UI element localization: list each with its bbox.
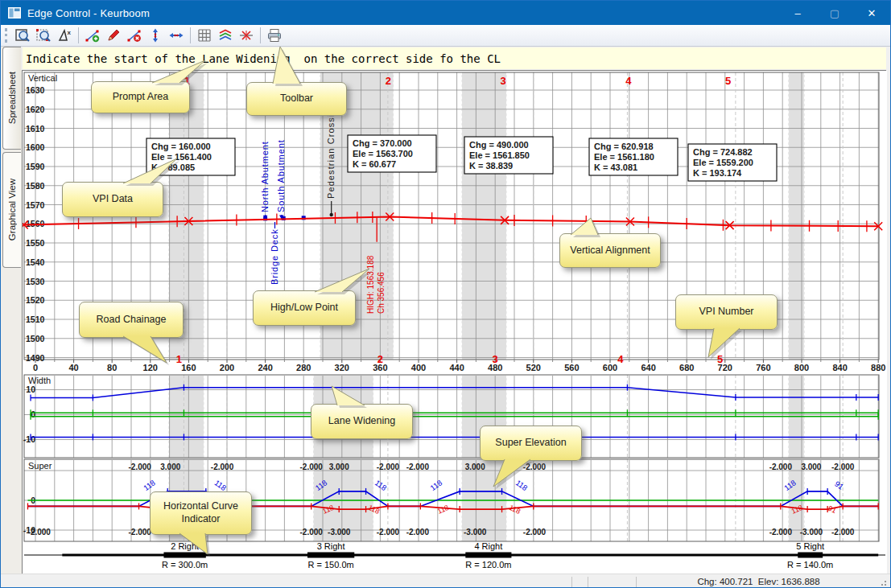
svg-text:3.000: 3.000 [465,463,485,471]
callout-label: Super Elevation [495,437,566,450]
callout-label: High/Low Point [270,302,338,315]
minimize-button[interactable]: – [779,1,816,25]
svg-text:R = 140.0m: R = 140.0m [787,560,833,569]
grid-button[interactable] [194,26,215,45]
svg-text:Vertical: Vertical [28,73,57,83]
callout-label: Horizontal Curve Indicator [163,500,238,525]
vpi-data-box: Chg = 490.000Ele = 1561.850K = 38.839 [464,137,553,174]
svg-text:-2.000: -2.000 [300,528,324,537]
svg-text:1590: 1590 [26,162,45,171]
edit-vpi-button[interactable] [103,26,124,45]
side-tab-strip: SpreadsheetGraphical View [1,47,22,574]
maximize-button[interactable]: ▢ [816,1,853,25]
move-vertical-button[interactable] [145,26,166,45]
toolbar-separator [260,27,261,43]
grid-icon [196,27,212,43]
app-icon [8,7,21,19]
svg-text:-2.000: -2.000 [377,528,400,537]
tab-label: Graphical View [7,179,17,241]
svg-text:800: 800 [794,363,809,372]
move-horizontal-button[interactable] [166,26,187,45]
svg-text:-10: -10 [23,434,35,444]
svg-text:3 Right: 3 Right [317,542,345,551]
svg-text:3: 3 [492,353,497,365]
title-bar: Edge Control - Keurboom – ▢ ✕ [1,1,890,25]
svg-text:3.000: 3.000 [329,463,349,471]
svg-text:1500: 1500 [26,334,45,343]
svg-text:760: 760 [756,363,770,372]
svg-text:680: 680 [679,363,694,372]
vpi-data-box: Chg = 160.000Ele = 1561.400K = 89.085 [146,138,235,175]
svg-text:1630: 1630 [26,85,45,95]
annotate-button[interactable]: x [54,26,75,45]
svg-text:5: 5 [725,75,731,87]
delete-vpi-icon [126,27,142,43]
toolbar: x [1,25,890,47]
horizontal-curve-panel[interactable]: 2 RightR = 300.0m3 RightR = 150.0m4 Righ… [23,542,887,574]
svg-text:2: 2 [386,75,391,87]
svg-text:1580: 1580 [26,181,45,191]
svg-text:240: 240 [258,363,272,372]
callout-horizontal-curve: Horizontal Curve Indicator [150,491,252,535]
crosshair-button[interactable] [236,26,257,45]
profiles-button[interactable] [215,26,236,45]
edit-vpi-icon [105,27,122,43]
callout-toolbar: Toolbar [246,82,347,116]
add-vpi-button[interactable] [82,26,103,45]
delete-vpi-button[interactable] [124,26,145,45]
svg-text:280: 280 [296,363,311,372]
svg-text:3.000: 3.000 [160,463,180,471]
svg-text:640: 640 [641,363,655,372]
callout-prompt-area: Prompt Area [91,81,190,113]
add-vpi-icon [85,27,101,43]
svg-text:K = 60.677: K = 60.677 [353,159,396,169]
callout-label: Lane Widening [328,415,395,428]
svg-text:4 Right: 4 Right [474,542,502,551]
vpi-data-box: Chg = 724.882Ele = 1559.200K = 193.174 [688,144,777,181]
svg-text:Ele = 1563.700: Ele = 1563.700 [353,149,413,158]
svg-text:Ele = 1561.850: Ele = 1561.850 [469,150,530,160]
svg-text:K = 89.085: K = 89.085 [151,162,195,172]
svg-text:5 Right: 5 Right [796,542,824,551]
svg-text:South Abutment: South Abutment [276,139,286,212]
svg-text:-2.000: -2.000 [769,463,793,471]
svg-text:5: 5 [717,353,723,365]
svg-text:1550: 1550 [26,238,45,248]
svg-text:-2.000: -2.000 [406,528,430,537]
status-separator [588,577,588,587]
svg-text:North Abutment: North Abutment [260,141,270,212]
svg-text:R = 120.0m: R = 120.0m [465,560,511,569]
width-panel[interactable]: Width100-10 [23,374,887,458]
close-button[interactable]: ✕ [853,1,890,25]
status-separator [571,577,572,587]
resize-grip[interactable] [881,578,889,586]
tab-spreadsheet[interactable]: Spreadsheet [2,47,21,150]
svg-text:4: 4 [625,75,632,87]
callout-super-elevation: Super Elevation [480,426,582,461]
status-position: Chg: 400.721 Elev: 1636.888 [637,574,881,588]
print-button[interactable] [264,26,285,45]
svg-text:-2.000: -2.000 [129,463,152,471]
svg-text:-2.000: -2.000 [523,463,547,471]
callout-label: Prompt Area [113,91,168,104]
svg-text:320: 320 [335,363,349,372]
zoom-extents-button[interactable] [12,26,33,45]
svg-text:-3.000: -3.000 [328,528,351,537]
svg-text:1570: 1570 [26,200,45,210]
svg-text:Chg = 160.000: Chg = 160.000 [151,142,211,151]
svg-text:-2.000: -2.000 [769,528,793,537]
svg-text:-2.000: -2.000 [406,463,430,471]
callout-lane-widening: Lane Widening [311,404,413,439]
svg-text:80: 80 [107,363,117,372]
svg-text:R = 300.0m: R = 300.0m [162,560,208,569]
svg-text:Ele = 1559.200: Ele = 1559.200 [693,158,753,167]
toolbar-grip-handle[interactable] [5,28,8,43]
svg-text:2: 2 [377,353,383,365]
tab-graphical-view[interactable]: Graphical View [2,152,21,268]
move-vertical-icon [147,27,163,43]
move-horizontal-icon [168,27,184,43]
svg-text:1610: 1610 [26,124,45,134]
svg-text:600: 600 [603,363,617,372]
zoom-window-button[interactable] [33,26,54,45]
svg-text:HIGH: 1563.188: HIGH: 1563.188 [366,255,375,314]
